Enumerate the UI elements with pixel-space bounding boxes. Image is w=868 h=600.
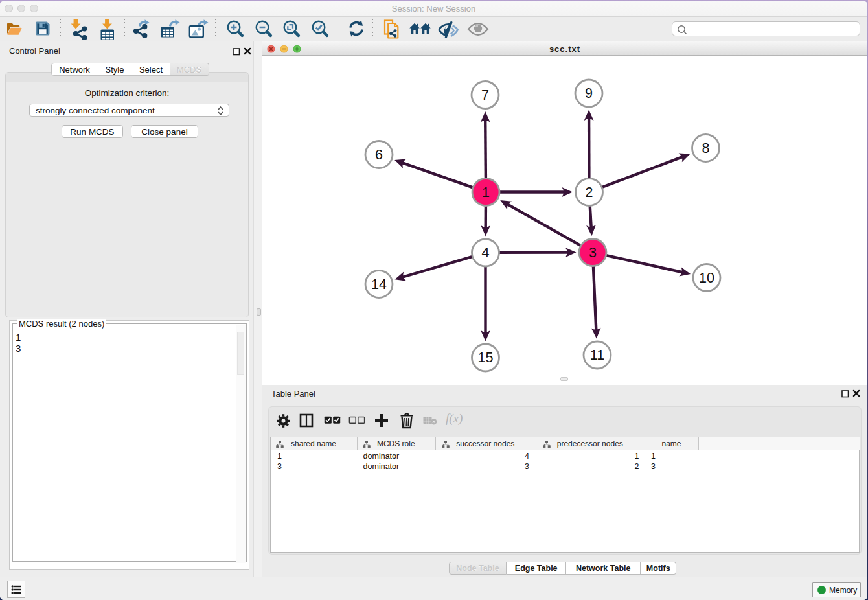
svg-text:9: 9 [585, 86, 593, 101]
svg-text:4: 4 [482, 245, 490, 260]
svg-text:11: 11 [590, 347, 604, 363]
svg-text:6: 6 [375, 147, 383, 163]
svg-text:3: 3 [589, 245, 597, 260]
svg-text:7: 7 [481, 87, 489, 103]
svg-text:8: 8 [702, 141, 710, 156]
svg-text:15: 15 [478, 350, 494, 365]
svg-text:10: 10 [699, 270, 714, 286]
svg-text:14: 14 [371, 277, 387, 292]
svg-text:1: 1 [482, 185, 490, 200]
svg-text:2: 2 [586, 185, 593, 200]
